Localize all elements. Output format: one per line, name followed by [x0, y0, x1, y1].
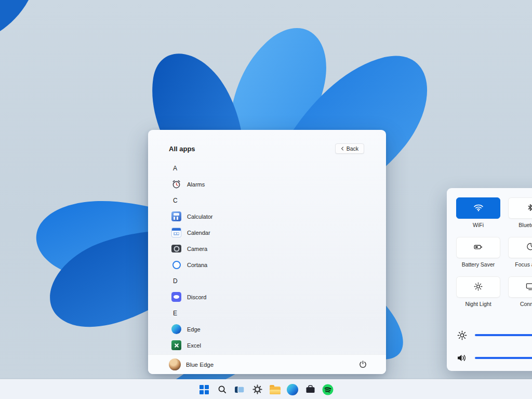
wifi-icon — [473, 204, 484, 213]
monitor-icon — [526, 283, 532, 292]
discord-icon — [171, 292, 181, 302]
settings-button[interactable] — [250, 382, 264, 397]
quick-setting-battery-saver: Battery Saver — [456, 237, 500, 268]
app-label: Alarms — [187, 181, 205, 188]
search-icon — [217, 384, 227, 394]
bluetooth-tile-label: Bluetooth — [508, 222, 532, 228]
battery-icon — [474, 243, 483, 252]
quick-setting-night-light: Night Light — [456, 276, 500, 307]
user-profile-button[interactable]: Blue Edge — [169, 358, 214, 370]
section-letter-a[interactable]: A — [171, 160, 368, 176]
quick-settings-grid: WiFi Bluetooth Battery Saver — [456, 197, 532, 316]
focus-assist-tile-label: Focus assist — [508, 261, 532, 268]
volume-slider[interactable] — [475, 357, 532, 359]
app-row-alarms[interactable]: Alarms — [171, 176, 368, 192]
app-label: Camera — [187, 246, 207, 252]
back-button-label: Back — [347, 145, 358, 152]
quick-settings-sliders — [456, 325, 532, 368]
task-view-button[interactable] — [232, 382, 247, 397]
search-button[interactable] — [215, 382, 229, 397]
brightness-icon — [456, 330, 468, 340]
night-light-tile[interactable] — [456, 276, 500, 298]
speaker-icon — [456, 354, 468, 362]
power-button[interactable] — [355, 357, 370, 373]
connect-tile[interactable] — [508, 276, 532, 298]
app-row-calculator[interactable]: Calculator — [171, 208, 368, 224]
calculator-icon — [171, 211, 181, 221]
edge-icon — [171, 324, 181, 334]
alarms-icon — [171, 179, 181, 189]
app-row-calendar[interactable]: Calendar — [171, 224, 368, 241]
power-icon — [358, 360, 367, 369]
battery-saver-tile[interactable] — [456, 237, 500, 258]
app-label: Excel — [187, 342, 201, 349]
battery-saver-tile-label: Battery Saver — [456, 261, 500, 268]
quick-settings-panel: WiFi Bluetooth Battery Saver — [447, 188, 532, 371]
app-row-edge[interactable]: Edge — [171, 321, 368, 337]
camera-icon — [171, 244, 181, 254]
store-button[interactable] — [303, 382, 317, 397]
excel-icon — [171, 340, 181, 350]
cortana-icon — [171, 260, 181, 270]
desktop: All apps Back A Alarms C Calculator — [0, 0, 532, 399]
chevron-left-icon — [341, 147, 344, 151]
quick-setting-bluetooth: Bluetooth — [508, 197, 532, 228]
volume-slider-row — [456, 348, 532, 368]
brightness-slider[interactable] — [475, 334, 532, 336]
focus-assist-tile[interactable] — [508, 237, 532, 258]
quick-setting-wifi: WiFi — [456, 197, 500, 228]
start-menu-header: All apps Back — [148, 130, 386, 154]
app-label: Calendar — [187, 230, 210, 236]
section-letter-c[interactable]: C — [171, 192, 368, 208]
app-label: Calculator — [187, 214, 213, 220]
bluetooth-tile[interactable] — [508, 197, 532, 219]
app-label: Cortana — [187, 262, 207, 268]
start-menu-footer: Blue Edge — [148, 354, 386, 374]
app-row-excel[interactable]: Excel — [171, 337, 368, 353]
file-explorer-button[interactable] — [268, 382, 282, 397]
wifi-tile-label: WiFi — [456, 222, 500, 228]
taskbar — [0, 379, 532, 399]
app-label: Edge — [187, 326, 201, 332]
spotify-button[interactable] — [321, 382, 335, 397]
task-view-icon — [234, 384, 245, 395]
edge-button[interactable] — [285, 382, 300, 397]
edge-icon — [287, 384, 298, 395]
start-menu-all-apps: All apps Back A Alarms C Calculator — [148, 130, 386, 374]
avatar — [169, 358, 181, 370]
section-letter-d[interactable]: D — [171, 273, 368, 289]
back-button[interactable]: Back — [335, 143, 364, 154]
calendar-icon — [171, 228, 181, 237]
sun-icon — [474, 282, 483, 292]
all-apps-list: A Alarms C Calculator Calendar Camera — [148, 160, 386, 353]
app-row-camera[interactable]: Camera — [171, 241, 368, 257]
gear-icon — [252, 384, 262, 394]
page-title: All apps — [169, 145, 195, 153]
app-label: Discord — [187, 294, 206, 300]
wifi-tile[interactable] — [456, 197, 500, 219]
folder-icon — [270, 387, 281, 394]
start-button[interactable] — [197, 382, 211, 397]
night-light-tile-label: Night Light — [456, 301, 500, 307]
user-name: Blue Edge — [186, 362, 214, 368]
section-letter-e[interactable]: E — [171, 305, 368, 321]
windows-logo-icon — [200, 385, 209, 394]
spotify-icon — [322, 384, 334, 395]
briefcase-icon — [305, 385, 315, 394]
app-row-cortana[interactable]: Cortana — [171, 257, 368, 273]
bluetooth-icon — [526, 204, 532, 213]
connect-tile-label: Connect — [508, 301, 532, 307]
quick-setting-connect: Connect — [508, 276, 532, 307]
quick-setting-focus-assist: Focus assist — [508, 237, 532, 268]
moon-icon — [526, 243, 532, 252]
app-row-discord[interactable]: Discord — [171, 289, 368, 305]
brightness-slider-row — [456, 325, 532, 345]
